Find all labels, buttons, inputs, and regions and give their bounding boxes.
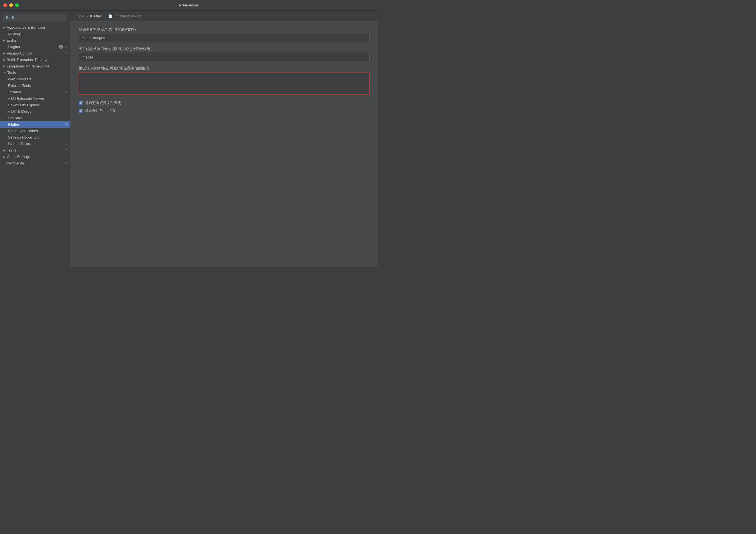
chevron-right-icon: ▶ [3,39,6,42]
sidebar-item-label: Version Control [7,51,64,55]
checkbox2-row: 是否开启Flutter2.0 [79,108,369,113]
copy-icon: ⧉ [66,123,68,126]
sidebar-item-asm-bytecode[interactable]: ASM Bytecode Viewer [0,95,70,102]
sidebar-item-label: Web Browsers [8,77,68,81]
sidebar-item-label: Device File Explorer [8,103,68,107]
checkbox2-input[interactable] [79,109,83,113]
sidebar-item-version-control[interactable]: ▶ Version Control ⧉ [0,50,70,56]
chevron-right-icon: ▶ [3,149,6,152]
sidebar-item-label: Tools [7,70,68,75]
sidebar-item-label: Languages & Frameworks [7,64,68,68]
field3-label: 根据资源文件后缀, 屏蔽R中某些字段的生成 [79,66,369,71]
sidebar-item-label: Emulator [8,116,68,120]
sidebar-item-tasks[interactable]: ▶ Tasks ⧉ [0,147,70,154]
breadcrumb-parent: Tools [76,14,84,18]
sidebar-item-emulator[interactable]: Emulator [0,115,70,121]
sidebar-item-build[interactable]: ▶ Build, Execution, Deploym [0,56,70,63]
copy-icon: ⧉ [66,45,68,49]
sidebar-item-web-browsers[interactable]: Web Browsers [0,76,70,82]
sidebar-item-label: IFlutter [8,122,64,126]
main-panel: Tools › IFlutter 📄 For current project 资… [70,11,378,267]
chevron-right-icon: ▶ [3,52,6,55]
window-title: Preferences [179,3,199,7]
checkbox2-label: 是否开启Flutter2.0 [85,108,115,113]
sidebar-item-tools[interactable]: ▼ Tools [0,70,70,76]
sidebar-item-keymap[interactable]: Keymap [0,31,70,37]
sidebar-item-server-certificates[interactable]: Server Certificates [0,127,70,134]
chevron-right-icon: ▶ [3,26,6,29]
sidebar-item-label: Other Settings [7,155,68,159]
sidebar-item-appearance[interactable]: ▶ Appearance & Behavior [0,24,70,31]
sidebar-item-plugins[interactable]: Plugins 1 ⧉ [0,43,70,50]
file-icon: 📄 [108,14,112,18]
copy-icon: ⧉ [66,148,68,152]
sidebar-item-startup-tasks[interactable]: Startup Tasks ⧉ [0,141,70,147]
sidebar-item-label: Startup Tasks [8,142,64,146]
sidebar-item-label: Plugins [8,45,59,49]
sidebar: 🔍 ▶ Appearance & Behavior Keymap ▶ Edito… [0,11,70,267]
sidebar-item-label: Server Certificates [8,129,68,133]
sidebar-item-label: Terminal [8,90,64,94]
search-icon: 🔍 [5,16,10,20]
field2-label: 图片优化检测目录 (根据图片名进行目录分类) [79,46,369,51]
breadcrumb-separator: › [87,14,88,18]
sidebar-item-external-tools[interactable]: External Tools [0,82,70,89]
main-content: 🔍 ▶ Appearance & Behavior Keymap ▶ Edito… [0,11,378,267]
chevron-down-icon: ▼ [3,71,6,74]
sidebar-item-label: Keymap [8,32,68,36]
minimize-button[interactable] [9,3,13,7]
sidebar-item-languages[interactable]: ▶ Languages & Frameworks [0,63,70,70]
sidebar-item-terminal[interactable]: Terminal ⧉ [0,89,70,95]
window-controls [3,3,19,7]
chevron-right-icon: ▶ [3,155,6,158]
close-button[interactable] [3,3,7,7]
for-project-label: For current project [114,14,141,18]
copy-icon: ⧉ [66,51,68,55]
copy-icon: ⧉ [66,142,68,146]
field1-input[interactable] [79,34,369,42]
main-body: 资源变化检测目录 (实时生成R文件) 图片优化检测目录 (根据图片名进行目录分类… [70,21,378,267]
search-input[interactable] [11,16,65,20]
sidebar-item-label: External Tools [8,83,68,88]
sidebar-item-label: Experimental [3,161,64,165]
for-current-project-button[interactable]: 📄 For current project [108,14,141,18]
sidebar-item-label: Appearance & Behavior [7,25,68,30]
sidebar-item-other-settings[interactable]: ▶ Other Settings [0,154,70,160]
copy-icon: ⧉ [66,90,68,94]
sidebar-item-label: Build, Execution, Deploym [7,58,68,62]
sidebar-item-settings-repository[interactable]: Settings Repository [0,134,70,141]
sidebar-item-diff-merge[interactable]: ▶ Diff & Merge [0,108,70,115]
sidebar-item-label: Editor [7,38,68,42]
breadcrumb-current: IFlutter [90,14,101,18]
sidebar-item-iflutter[interactable]: IFlutter ⧉ [0,121,70,127]
chevron-right-icon: ▶ [3,58,6,61]
search-box[interactable]: 🔍 [3,14,67,22]
chevron-right-icon: ▶ [3,65,6,68]
maximize-button[interactable] [15,3,19,7]
sidebar-item-label: Settings Repository [8,135,68,139]
titlebar: Preferences [0,0,378,11]
field2-input[interactable] [79,53,369,61]
sidebar-item-label: Tasks [7,148,64,152]
sidebar-item-label: Diff & Merge [11,109,68,114]
sidebar-item-label: ASM Bytecode Viewer [8,97,68,100]
preferences-window: Preferences 🔍 ▶ Appearance & Behavior Ke… [0,0,378,267]
main-header: Tools › IFlutter 📄 For current project [70,11,378,21]
sidebar-item-device-file[interactable]: Device File Explorer [0,102,70,108]
field3-textarea[interactable] [79,72,369,95]
plugins-badge: 1 [59,45,63,49]
sidebar-item-editor[interactable]: ▶ Editor [0,37,70,43]
field1-label: 资源变化检测目录 (实时生成R文件) [79,27,369,32]
checkbox1-row: 是否监听资源文件变更 [79,100,369,105]
checkbox1-label: 是否监听资源文件变更 [85,100,121,105]
copy-icon: ⧉ [66,161,68,165]
sidebar-item-experimental[interactable]: Experimental ⧉ [0,160,70,166]
chevron-right-icon: ▶ [8,110,10,113]
checkbox1-input[interactable] [79,101,83,105]
